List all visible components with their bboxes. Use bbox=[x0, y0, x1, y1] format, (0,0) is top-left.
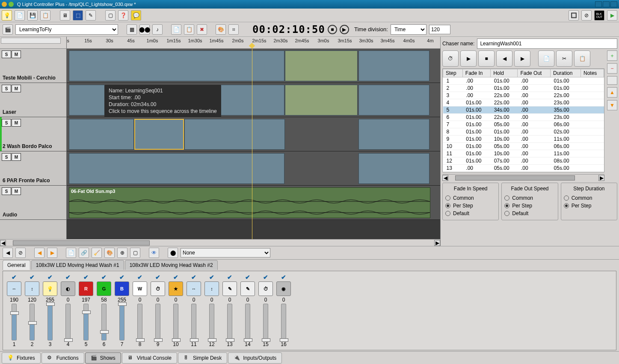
monitor-button[interactable]: 🖥 bbox=[60, 10, 70, 21]
fader[interactable]: ✔↕1202 bbox=[24, 274, 41, 347]
track-head[interactable]: SMAudio bbox=[0, 186, 66, 220]
clip[interactable] bbox=[358, 119, 429, 150]
table-row[interactable]: 801s.0001s.00.0002s.00 bbox=[443, 128, 604, 136]
fader-slider[interactable] bbox=[173, 304, 178, 340]
new-button[interactable]: 💡 bbox=[2, 10, 12, 21]
fullscreen-button[interactable]: ▢ bbox=[105, 10, 116, 21]
add-sequence-button[interactable]: ⬤⬤ bbox=[139, 24, 150, 35]
solo-button[interactable]: S bbox=[2, 50, 11, 58]
view-button[interactable]: ▢ bbox=[130, 248, 140, 258]
mute-button[interactable]: M bbox=[12, 119, 21, 127]
column-header[interactable]: Fade Out bbox=[518, 69, 551, 77]
close-button[interactable] bbox=[610, 1, 617, 7]
fader[interactable]: ✔✎014 bbox=[239, 274, 256, 347]
channel-icon[interactable]: W bbox=[133, 281, 147, 296]
fader-slider[interactable] bbox=[30, 304, 35, 340]
fader-slider[interactable] bbox=[227, 304, 232, 340]
bottom-tab-virtual-console[interactable]: 🖥Virtual Console bbox=[122, 352, 177, 364]
win-max-icon[interactable] bbox=[9, 2, 14, 7]
play-button[interactable]: ▶ bbox=[340, 25, 349, 34]
track-head[interactable]: SM2 Wash Bordo Palco bbox=[0, 117, 66, 151]
check-icon[interactable]: ✔ bbox=[137, 274, 142, 281]
remove-step-button[interactable]: − bbox=[607, 63, 617, 74]
table-row[interactable]: 1101s.0010s.00.0011s.00 bbox=[443, 150, 604, 157]
solo-button[interactable]: S bbox=[2, 153, 11, 161]
show-select[interactable]: LearningToFly bbox=[15, 24, 118, 35]
clip[interactable] bbox=[285, 50, 358, 81]
snap-button[interactable]: ⌗ bbox=[228, 24, 239, 35]
table-row[interactable]: 1201s.0007s.00.0008s.00 bbox=[443, 157, 604, 165]
fader[interactable]: ✔↔1901 bbox=[6, 274, 23, 347]
duration-perstep-radio[interactable]: Per Step bbox=[564, 202, 614, 210]
table-row[interactable]: 1001s.0005s.00.0006s.00 bbox=[443, 143, 604, 150]
table-row[interactable]: 501s.0034s.00.0035s.00 bbox=[443, 107, 604, 114]
prev-page-button[interactable]: ◀ bbox=[34, 248, 44, 258]
solo-button[interactable]: S bbox=[2, 187, 11, 195]
fader[interactable]: ✔⏱015 bbox=[257, 274, 274, 347]
channel-icon[interactable]: ↔ bbox=[7, 281, 21, 296]
wipe-button[interactable]: 🧹 bbox=[92, 248, 102, 258]
gobo-button[interactable]: 👁 bbox=[149, 248, 159, 258]
mute-button[interactable]: M bbox=[12, 187, 21, 195]
column-header[interactable]: Notes bbox=[581, 69, 604, 77]
color-button[interactable]: 🎨 bbox=[216, 24, 226, 35]
open-button[interactable]: 📄 bbox=[15, 10, 25, 21]
channel-icon[interactable]: G bbox=[97, 281, 111, 296]
channel-button[interactable]: ⬤ bbox=[168, 248, 178, 258]
prev-step-button[interactable]: ◀ bbox=[496, 50, 512, 67]
mute-button[interactable]: M bbox=[12, 50, 21, 58]
table-row[interactable]: 1.0001s.00.0001s.00 bbox=[443, 77, 604, 85]
fadein-perstep-radio[interactable]: Per Step bbox=[445, 202, 496, 210]
clip[interactable] bbox=[69, 119, 134, 150]
test-play-button[interactable]: ▶ bbox=[460, 50, 477, 67]
about-button[interactable]: 💬 bbox=[131, 10, 141, 21]
cut-step-button[interactable]: ✂ bbox=[556, 50, 572, 67]
audio-clip[interactable]: 06-Fat Old Sun.mp3 bbox=[69, 187, 430, 218]
channel-icon[interactable]: ↕ bbox=[204, 281, 219, 296]
link-button[interactable]: 🔗 bbox=[79, 248, 89, 258]
check-icon[interactable]: ✔ bbox=[209, 274, 214, 281]
help-button[interactable]: ❓ bbox=[118, 10, 128, 21]
clip[interactable] bbox=[285, 85, 358, 115]
timeline[interactable]: Name: LearningSeq001Start time: .00Durat… bbox=[67, 49, 440, 239]
fader[interactable]: ✔⏱09 bbox=[149, 274, 166, 347]
channel-icon[interactable]: ★ bbox=[169, 281, 183, 296]
fader[interactable]: ✔↔011 bbox=[185, 274, 202, 347]
add-audio-button[interactable]: ♪ bbox=[152, 24, 163, 35]
fader-slider[interactable] bbox=[137, 304, 142, 340]
check-icon[interactable]: ✔ bbox=[47, 274, 53, 281]
fixture-tab[interactable]: 108x3W LED Moving Head Wash #1 bbox=[31, 260, 124, 270]
check-icon[interactable]: ✔ bbox=[173, 274, 178, 281]
fader-slider[interactable] bbox=[119, 304, 124, 340]
bottom-tab-functions[interactable]: ⚙Functions bbox=[41, 352, 84, 364]
clip[interactable] bbox=[184, 119, 285, 150]
speed-dial-button[interactable]: ⏱ bbox=[442, 50, 459, 67]
fader[interactable]: ✔W08 bbox=[131, 274, 148, 347]
table-row[interactable]: 701s.0005s.00.0006s.00 bbox=[443, 121, 604, 128]
fader-slider[interactable] bbox=[155, 304, 160, 340]
save-button[interactable]: 💾 bbox=[27, 10, 38, 21]
solo-button[interactable]: S bbox=[2, 119, 11, 127]
channel-icon[interactable]: B bbox=[115, 281, 129, 296]
shows-icon[interactable]: 🎬 bbox=[3, 24, 13, 35]
fader-slider[interactable] bbox=[65, 304, 71, 340]
bottom-tab-fixtures[interactable]: 💡Fixtures bbox=[2, 352, 41, 364]
check-icon[interactable]: ✔ bbox=[119, 274, 124, 281]
timediv-select[interactable]: Time bbox=[391, 24, 426, 35]
channel-icon[interactable]: ↕ bbox=[25, 281, 39, 296]
bottom-tab-simple-desk[interactable]: 🎚Simple Desk bbox=[178, 352, 227, 364]
fader-slider[interactable] bbox=[263, 304, 268, 340]
fader[interactable]: ✔◉016 bbox=[275, 274, 292, 347]
win-close-icon[interactable] bbox=[2, 2, 7, 7]
check-icon[interactable]: ✔ bbox=[245, 274, 250, 281]
channel-icon[interactable]: ◐ bbox=[61, 281, 75, 296]
fadeout-perstep-radio[interactable]: Per Step bbox=[504, 202, 555, 210]
channel-icon[interactable]: ⏱ bbox=[258, 281, 273, 296]
test-stop-button[interactable]: ■ bbox=[478, 50, 495, 67]
check-icon[interactable]: ✔ bbox=[263, 274, 268, 281]
vscroll-top[interactable] bbox=[1, 38, 61, 44]
dmxdump-button[interactable]: 🔲 bbox=[569, 10, 579, 21]
channel-icon[interactable]: ◉ bbox=[276, 281, 291, 296]
check-icon[interactable]: ✔ bbox=[191, 274, 196, 281]
clip-selected[interactable] bbox=[134, 119, 184, 150]
